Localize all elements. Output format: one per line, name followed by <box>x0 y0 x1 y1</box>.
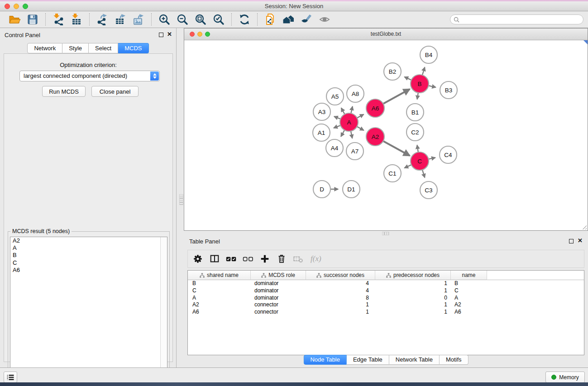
import-table-icon[interactable] <box>71 14 82 25</box>
mcds-result-item[interactable]: B <box>10 252 167 259</box>
copy-network-icon[interactable] <box>264 14 276 25</box>
memory-button[interactable]: Memory <box>545 372 585 383</box>
table-cell[interactable]: A <box>188 295 251 302</box>
graph-node-C3[interactable]: C3 <box>420 181 437 199</box>
mcds-result-list[interactable]: A2ABCA6 <box>10 237 167 384</box>
export-table-icon[interactable] <box>115 14 126 25</box>
zoom-in-icon[interactable] <box>158 14 170 25</box>
graph-node-A6[interactable]: A6 <box>366 99 384 117</box>
run-mcds-button[interactable]: Run MCDS <box>42 86 86 97</box>
table-cell[interactable]: A2 <box>188 301 251 309</box>
table-cell[interactable]: A2 <box>451 301 487 309</box>
mcds-result-item[interactable]: A <box>10 244 167 252</box>
table-row[interactable]: A6connector11A6 <box>188 309 584 316</box>
column-header-successor-nodes[interactable]: successor nodes <box>306 271 375 280</box>
graph-node-A8[interactable]: A8 <box>347 85 364 102</box>
close-table-panel-icon[interactable]: ✕ <box>578 238 583 244</box>
column-header-predecessor-nodes[interactable]: predecessor nodes <box>375 271 451 280</box>
delete-icon[interactable] <box>276 253 287 264</box>
table-cell[interactable]: 4 <box>306 287 375 295</box>
graph-edge-B-B4[interactable] <box>422 67 425 75</box>
graph-edge-A6-B[interactable] <box>383 89 410 104</box>
graph-edge-B-B1[interactable] <box>417 93 418 100</box>
result-scrollbar[interactable] <box>160 237 167 383</box>
table-cell[interactable]: A6 <box>451 309 487 316</box>
control-tab-mcds[interactable]: MCDS <box>118 43 148 53</box>
graph-node-B1[interactable]: B1 <box>406 104 424 121</box>
graph-node-B3[interactable]: B3 <box>440 81 457 99</box>
mcds-result-item[interactable]: A6 <box>10 267 167 274</box>
graph-edge-A2-C[interactable] <box>383 141 410 156</box>
control-tab-style[interactable]: Style <box>62 43 89 53</box>
graph-node-A3[interactable]: A3 <box>313 103 330 120</box>
zoom-out-icon[interactable] <box>177 14 188 25</box>
import-network-icon[interactable] <box>53 14 64 25</box>
table-cell[interactable]: 1 <box>306 301 375 309</box>
column-header-MCDS-role[interactable]: MCDS role <box>251 271 306 280</box>
table-cell[interactable]: 1 <box>306 309 375 316</box>
graph-edge-C-C3[interactable] <box>422 170 425 177</box>
graph-node-B[interactable]: B <box>411 75 429 93</box>
close-panel-icon[interactable]: ✕ <box>167 31 172 38</box>
refresh-icon[interactable] <box>239 14 250 25</box>
table-cell[interactable]: dominator <box>251 295 306 302</box>
control-tab-select[interactable]: Select <box>89 43 118 53</box>
graph-edge-A-A2[interactable] <box>357 127 364 130</box>
column-view-icon[interactable] <box>209 253 220 264</box>
zoom-selected-icon[interactable] <box>213 14 225 25</box>
graph-edge-A-A1[interactable] <box>334 125 340 128</box>
graph-edge-C-C2[interactable] <box>417 145 418 152</box>
graph-node-C1[interactable]: C1 <box>384 165 401 182</box>
graph-node-A7[interactable]: A7 <box>346 143 363 160</box>
table-row[interactable]: A2connector11A2 <box>188 301 584 309</box>
graph-node-D[interactable]: D <box>313 181 330 198</box>
mcds-result-item[interactable]: C <box>10 259 167 267</box>
graph-node-C2[interactable]: C2 <box>406 124 424 141</box>
search-field[interactable] <box>450 14 583 24</box>
hide-columns-icon[interactable] <box>243 253 253 264</box>
graph-node-D1[interactable]: D1 <box>343 181 360 198</box>
graph-edge-A-A4[interactable] <box>341 130 344 136</box>
node-table[interactable]: shared nameMCDS rolesuccessor nodesprede… <box>187 270 584 355</box>
column-header-shared-name[interactable]: shared name <box>188 271 251 280</box>
table-cell[interactable]: A <box>451 295 487 302</box>
table-row[interactable]: Adominator80A <box>188 295 584 302</box>
table-tab-edge-table[interactable]: Edge Table <box>347 355 389 365</box>
table-cell[interactable]: dominator <box>251 287 306 295</box>
table-tab-node-table[interactable]: Node Table <box>303 355 347 365</box>
table-cell[interactable]: dominator <box>251 280 306 287</box>
table-cell[interactable]: connector <box>251 309 306 316</box>
column-header-name[interactable]: name <box>451 271 487 280</box>
gear-icon[interactable] <box>192 253 203 264</box>
graph-edge-C-C1[interactable] <box>404 165 411 168</box>
table-cell[interactable]: 4 <box>306 280 375 287</box>
graph-edge-A-A8[interactable] <box>351 106 352 113</box>
table-row[interactable]: Cdominator41C <box>188 287 584 295</box>
table-cell[interactable]: connector <box>251 301 306 309</box>
table-cell[interactable]: 1 <box>375 309 451 316</box>
graph-edge-B-B2[interactable] <box>404 77 411 80</box>
graph-edge-B-B3[interactable] <box>429 86 436 87</box>
graph-node-A2[interactable]: A2 <box>366 128 384 146</box>
table-cell[interactable]: A6 <box>188 309 251 316</box>
eye-icon[interactable] <box>319 14 330 25</box>
graph-edge-A-A5[interactable] <box>341 108 345 114</box>
table-cell[interactable]: 1 <box>375 301 451 309</box>
open-icon[interactable] <box>9 14 20 25</box>
graph-node-A1[interactable]: A1 <box>313 124 330 141</box>
float-table-panel-icon[interactable] <box>569 239 574 243</box>
graph-node-A[interactable]: A <box>340 113 358 131</box>
add-column-icon[interactable] <box>259 253 270 264</box>
graph-edge-A-A6[interactable] <box>357 114 364 118</box>
control-tab-network[interactable]: Network <box>27 43 62 53</box>
graph-node-A5[interactable]: A5 <box>326 88 344 105</box>
table-cell[interactable]: 0 <box>375 295 451 302</box>
criterion-dropdown[interactable]: largest connected component (directed) <box>19 71 160 81</box>
graph-node-C4[interactable]: C4 <box>440 146 457 163</box>
network-canvas[interactable]: B4B2BB3A5A8A6A3B1AA1C2A2A4A7C4CC1C3DD1 <box>184 40 588 230</box>
houses-icon[interactable] <box>282 14 294 25</box>
table-row[interactable]: Bdominator41B <box>188 280 584 287</box>
graph-node-C[interactable]: C <box>411 152 429 170</box>
horizontal-splitter-grip[interactable] <box>382 232 389 235</box>
show-columns-icon[interactable] <box>226 253 237 264</box>
